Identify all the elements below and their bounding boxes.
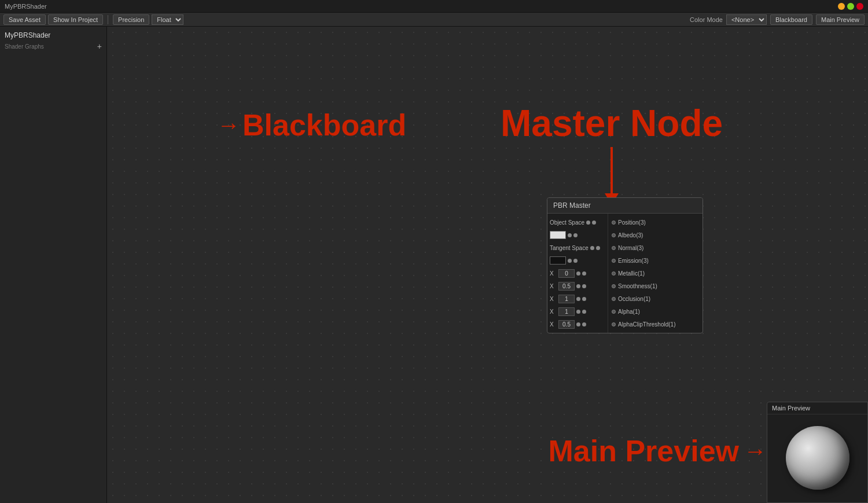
blackboard-panel: MyPBRShader Shader Graphs + [0, 27, 107, 503]
tangent-space-dot2[interactable] [596, 246, 600, 250]
precision-button[interactable]: Precision [113, 14, 149, 25]
main-preview-arrow-icon: → [744, 439, 767, 462]
input-alpha: X 1 [547, 305, 608, 318]
alpha-dot2[interactable] [582, 310, 586, 314]
position-out-label: Position(3) [618, 219, 646, 226]
black-swatch-dot[interactable] [568, 259, 572, 263]
output-position: Position(3) [608, 216, 703, 229]
alphaclip-dot[interactable] [576, 322, 580, 326]
smoothness-val[interactable]: 0.5 [558, 282, 575, 291]
normal-out-label: Normal(3) [618, 245, 643, 251]
alpha-out-dot[interactable] [612, 310, 616, 314]
show-in-project-button[interactable]: Show In Project [48, 14, 103, 25]
master-node-annotation-text: Master Node [501, 102, 723, 145]
input-object-space: Object Space [547, 216, 608, 229]
occlusion-out-dot[interactable] [612, 297, 616, 301]
alphaclip-x-label: X [550, 321, 557, 328]
object-space-dot[interactable] [586, 221, 590, 225]
occlusion-val[interactable]: 1 [558, 295, 575, 303]
output-emission: Emission(3) [608, 254, 703, 267]
albedo-out-dot[interactable] [612, 233, 616, 237]
node-inputs: Object Space Tangent Space [547, 214, 608, 333]
smoothness-dot[interactable] [576, 284, 580, 288]
metallic-dot[interactable] [576, 271, 580, 276]
annotation-blackboard: → Blackboard [217, 108, 406, 142]
color-mode-label: Color Mode [690, 16, 723, 23]
close-btn[interactable] [856, 3, 863, 10]
output-occlusion: Occlusion(1) [608, 292, 703, 305]
float-select[interactable]: Float [152, 14, 183, 25]
output-albedo: Albedo(3) [608, 229, 703, 241]
blackboard-title: MyPBRShader [5, 31, 102, 39]
maximize-btn[interactable] [847, 3, 854, 10]
canvas-area[interactable]: → Blackboard Master Node PBR Master Obje… [107, 27, 868, 503]
minimize-btn[interactable] [838, 3, 845, 10]
main-preview-panel: Main Preview [767, 402, 868, 503]
metallic-val[interactable]: 0 [558, 269, 575, 278]
toolbar-separator [108, 15, 108, 24]
input-alphaclip: X 0.5 [547, 318, 608, 331]
add-shader-button[interactable]: + [97, 42, 102, 51]
toolbar: Save Asset Show In Project Precision Flo… [0, 13, 868, 27]
main-preview-header: Main Preview [767, 402, 867, 414]
output-alpha: Alpha(1) [608, 305, 703, 318]
alphaclip-val[interactable]: 0.5 [558, 320, 575, 329]
occlusion-dot2[interactable] [582, 297, 586, 301]
window-controls [838, 3, 863, 10]
occlusion-dot[interactable] [576, 297, 580, 301]
white-swatch-dot2[interactable] [573, 233, 578, 237]
white-swatch-dot[interactable] [568, 233, 572, 237]
emission-out-dot[interactable] [612, 259, 616, 263]
object-space-label: Object Space [550, 219, 584, 226]
metallic-out-dot[interactable] [612, 271, 616, 276]
output-metallic: Metallic(1) [608, 267, 703, 280]
alpha-dot[interactable] [576, 310, 580, 314]
tangent-space-label: Tangent Space [550, 245, 589, 251]
input-albedo-swatch [547, 229, 608, 241]
color-mode-select[interactable]: <None> [726, 14, 767, 25]
output-normal: Normal(3) [608, 241, 703, 254]
emission-out-label: Emission(3) [618, 258, 649, 264]
alphaclip-dot2[interactable] [582, 322, 586, 326]
annotation-master-node: Master Node [501, 102, 723, 205]
master-node-arrow-icon [501, 147, 723, 205]
output-alphaclip: AlphaClipThreshold(1) [608, 318, 703, 331]
blackboard-button[interactable]: Blackboard [770, 14, 812, 25]
tangent-space-dot[interactable] [590, 246, 594, 250]
main-preview-body [767, 414, 867, 501]
input-metallic: X 0 [547, 267, 608, 280]
main-preview-annotation-text: Main Preview [549, 434, 739, 468]
smoothness-dot2[interactable] [582, 284, 586, 288]
normal-out-dot[interactable] [612, 246, 616, 250]
alpha-x-label: X [550, 309, 557, 315]
output-smoothness: Smoothness(1) [608, 280, 703, 292]
title-bar: MyPBRShader [0, 0, 868, 13]
blackboard-subtitle: Shader Graphs + [5, 42, 102, 51]
smoothness-out-dot[interactable] [612, 284, 616, 288]
alphaclip-out-dot[interactable] [612, 322, 616, 326]
node-header: PBR Master [547, 198, 703, 214]
pbr-master-node: PBR Master Object Space [547, 197, 703, 333]
smoothness-x-label: X [550, 283, 557, 289]
alpha-val[interactable]: 1 [558, 307, 575, 316]
alphaclip-out-label: AlphaClipThreshold(1) [618, 321, 676, 328]
albedo-out-label: Albedo(3) [618, 232, 643, 238]
smoothness-out-label: Smoothness(1) [618, 283, 657, 289]
input-emission-swatch [547, 254, 608, 267]
blackboard-arrow-icon: → [217, 113, 240, 137]
white-swatch[interactable] [550, 231, 566, 239]
toolbar-right: Color Mode <None> Blackboard Main Previe… [690, 14, 865, 25]
metallic-dot2[interactable] [582, 271, 586, 276]
node-body: Object Space Tangent Space [547, 214, 703, 333]
object-space-dot2[interactable] [592, 221, 596, 225]
position-out-dot[interactable] [612, 221, 616, 225]
preview-sphere [786, 426, 849, 490]
shader-graphs-label: Shader Graphs [5, 43, 44, 50]
save-asset-button[interactable]: Save Asset [3, 14, 46, 25]
input-tangent-space: Tangent Space [547, 241, 608, 254]
black-swatch[interactable] [550, 256, 566, 265]
black-swatch-dot2[interactable] [573, 259, 578, 263]
main-preview-button[interactable]: Main Preview [816, 14, 865, 25]
input-occlusion: X 1 [547, 292, 608, 305]
metallic-out-label: Metallic(1) [618, 270, 645, 277]
